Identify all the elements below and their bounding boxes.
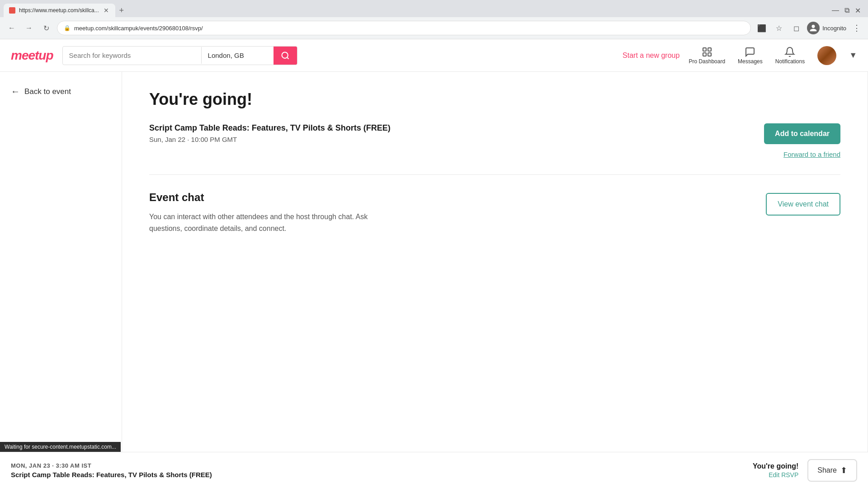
notifications-link[interactable]: Notifications xyxy=(775,47,805,65)
tab-favicon xyxy=(9,7,15,14)
tab-bar: https://www.meetup.com/skillca... ✕ + — … xyxy=(0,0,868,17)
pro-dashboard-label: Pro Dashboard xyxy=(689,58,725,65)
back-to-event-label: Back to event xyxy=(24,87,71,96)
share-icon: ⬆ xyxy=(840,465,847,467)
window-controls: — ⧉ ✕ xyxy=(832,6,864,15)
messages-label: Messages xyxy=(738,58,763,65)
location-input[interactable] xyxy=(201,47,274,64)
footer-right: You're going! Edit RSVP Share ⬆ xyxy=(753,459,857,467)
footer-bar: MON, JAN 23 · 3:30 AM IST Script Camp Ta… xyxy=(0,452,868,467)
back-nav-button[interactable]: ← xyxy=(5,22,18,34)
svg-rect-5 xyxy=(708,53,711,56)
meetup-logo[interactable]: meetup xyxy=(11,48,53,63)
footer-going: You're going! Edit RSVP xyxy=(753,462,798,467)
search-button[interactable] xyxy=(274,47,297,65)
footer-going-label: You're going! xyxy=(753,462,798,467)
event-title: Script Camp Table Reads: Features, TV Pi… xyxy=(149,123,391,133)
svg-rect-2 xyxy=(703,48,706,51)
tab-close-button[interactable]: ✕ xyxy=(103,7,110,14)
avatar-image xyxy=(817,46,836,65)
maximize-icon[interactable]: ⧉ xyxy=(844,6,849,14)
status-text: Waiting for secure-content.meetupstatic.… xyxy=(5,444,116,450)
tab-title: https://www.meetup.com/skillca... xyxy=(19,7,99,14)
share-label: Share xyxy=(817,466,837,467)
main-content: You're going! Script Camp Table Reads: F… xyxy=(122,72,868,467)
user-dropdown-button[interactable]: ▼ xyxy=(849,51,857,60)
back-arrow-icon: ← xyxy=(11,86,20,97)
footer-event-info: MON, JAN 23 · 3:30 AM IST Script Camp Ta… xyxy=(11,462,212,467)
header-icons: Pro Dashboard Messages Notifications ▼ xyxy=(689,46,857,65)
sidebar: ← Back to event xyxy=(0,72,122,467)
event-details: Script Camp Table Reads: Features, TV Pi… xyxy=(149,123,391,143)
svg-rect-3 xyxy=(708,48,711,51)
chat-left: Event chat You can interact with other a… xyxy=(149,191,375,234)
view-event-chat-button[interactable]: View event chat xyxy=(766,193,840,216)
chat-description: You can interact with other attendees an… xyxy=(149,211,375,234)
forward-to-friend-link[interactable]: Forward to a friend xyxy=(783,150,840,158)
url-text: meetup.com/skillcampuk/events/290680108/… xyxy=(74,25,744,32)
lock-icon: 🔒 xyxy=(64,25,71,31)
status-bar: Waiting for secure-content.meetupstatic.… xyxy=(0,442,121,452)
chat-heading: Event chat xyxy=(149,191,375,204)
reload-button[interactable]: ↻ xyxy=(40,22,52,34)
share-button[interactable]: Share ⬆ xyxy=(807,459,857,467)
page-layout: ← Back to event You're going! Script Cam… xyxy=(0,72,868,467)
active-tab[interactable]: https://www.meetup.com/skillca... ✕ xyxy=(4,4,115,17)
meetup-header: meetup Start a new group Pro Dashboard M… xyxy=(0,39,868,72)
browser-menu-button[interactable]: ⋮ xyxy=(851,21,863,35)
event-info-section: Script Camp Table Reads: Features, TV Pi… xyxy=(149,123,840,175)
add-to-calendar-button[interactable]: Add to calendar xyxy=(764,123,840,144)
svg-rect-4 xyxy=(703,53,706,56)
browser-toolbar: ← → ↻ 🔒 meetup.com/skillcampuk/events/29… xyxy=(0,17,868,39)
event-actions: Add to calendar Forward to a friend xyxy=(764,123,840,158)
forward-nav-button[interactable]: → xyxy=(23,22,35,34)
svg-line-1 xyxy=(287,57,288,59)
incognito-badge[interactable]: Incognito xyxy=(807,22,846,34)
address-bar[interactable]: 🔒 meetup.com/skillcampuk/events/29068010… xyxy=(57,21,751,35)
minimize-icon[interactable]: — xyxy=(832,6,839,14)
new-tab-button[interactable]: + xyxy=(115,4,128,17)
close-icon[interactable]: ✕ xyxy=(855,6,861,15)
incognito-avatar xyxy=(807,22,820,34)
profile-icon[interactable]: ◻ xyxy=(790,22,802,34)
back-to-event-link[interactable]: ← Back to event xyxy=(11,86,111,97)
pro-dashboard-link[interactable]: Pro Dashboard xyxy=(689,47,725,65)
logo-text: meetup xyxy=(11,48,53,63)
cast-icon[interactable]: ⬛ xyxy=(755,22,768,34)
search-container xyxy=(62,46,297,65)
user-avatar[interactable] xyxy=(817,46,836,65)
search-input[interactable] xyxy=(63,47,201,64)
svg-point-0 xyxy=(282,52,288,58)
browser-chrome: https://www.meetup.com/skillca... ✕ + — … xyxy=(0,0,868,39)
event-date: Sun, Jan 22 · 10:00 PM GMT xyxy=(149,136,391,143)
start-new-group-link[interactable]: Start a new group xyxy=(623,52,679,60)
messages-link[interactable]: Messages xyxy=(738,47,763,65)
incognito-label: Incognito xyxy=(822,25,846,32)
toolbar-right: ⬛ ☆ ◻ Incognito ⋮ xyxy=(755,21,863,35)
footer-date: MON, JAN 23 · 3:30 AM IST xyxy=(11,462,212,467)
bookmark-icon[interactable]: ☆ xyxy=(773,22,785,34)
notifications-label: Notifications xyxy=(775,58,805,65)
page-heading: You're going! xyxy=(149,90,840,109)
event-chat-section: Event chat You can interact with other a… xyxy=(149,191,840,234)
